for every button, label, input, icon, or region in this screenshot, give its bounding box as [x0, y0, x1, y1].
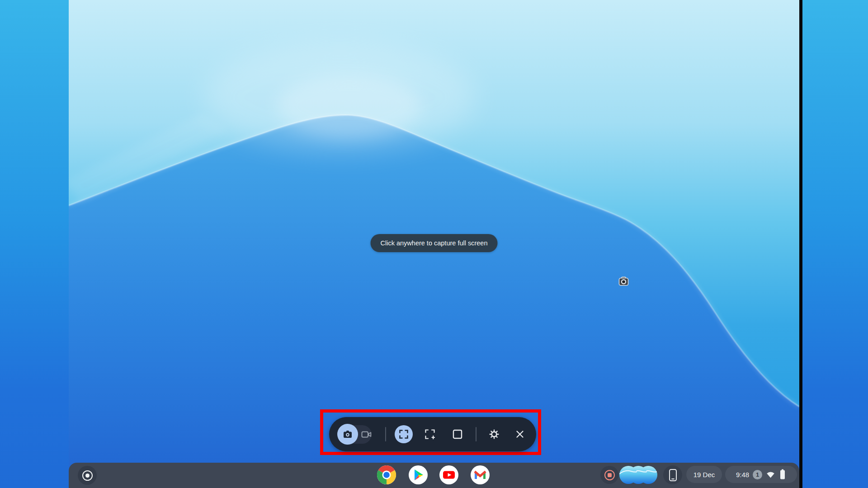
- battery-icon: [779, 469, 786, 480]
- phone-icon: [669, 469, 677, 482]
- video-frame: Click anywhere to capture full screen: [0, 0, 868, 488]
- shelf: 19 Dec 9:48 1: [69, 463, 799, 488]
- status-tray[interactable]: 9:48 1: [725, 466, 797, 483]
- video-camera-icon: [361, 431, 372, 438]
- launcher-circle-icon: [82, 470, 93, 481]
- screen-capture-indicator-button[interactable]: [600, 466, 618, 484]
- capture-tooltip: Click anywhere to capture full screen: [371, 234, 498, 252]
- close-icon: [515, 430, 524, 439]
- app-youtube[interactable]: [439, 465, 459, 485]
- window-capture-button[interactable]: [453, 429, 462, 439]
- camera-icon: [343, 430, 353, 439]
- window-capture-icon: [453, 429, 462, 439]
- chrome-icon: [377, 465, 396, 485]
- date-text: 19 Dec: [693, 471, 715, 479]
- gmail-icon: [470, 465, 490, 485]
- record-stop-icon: [604, 470, 615, 480]
- app-google-play[interactable]: [408, 465, 428, 485]
- screen-capture-toolbar: [329, 417, 536, 451]
- launcher-button[interactable]: [78, 466, 97, 485]
- toolbar-divider: [476, 427, 476, 441]
- screen-record-mode-button[interactable]: [361, 431, 372, 438]
- screen-edge-divider: [799, 0, 802, 488]
- toolbar-divider: [385, 427, 386, 441]
- partial-capture-icon: [425, 429, 435, 439]
- gear-icon: [489, 429, 500, 440]
- google-play-icon: [408, 465, 428, 485]
- phone-hub-button[interactable]: [663, 465, 682, 484]
- camera-capture-cursor-icon: [618, 277, 629, 286]
- fullscreen-capture-icon: [399, 430, 408, 439]
- time-text: 9:48: [736, 471, 749, 479]
- wave-thumbnails-icon: [619, 465, 658, 485]
- capture-settings-button[interactable]: [489, 429, 500, 440]
- app-gmail[interactable]: [470, 465, 490, 485]
- fullscreen-capture-button[interactable]: [395, 425, 413, 443]
- date-display[interactable]: 19 Dec: [686, 466, 722, 483]
- partial-capture-button[interactable]: [425, 429, 435, 439]
- wifi-icon: [766, 471, 775, 479]
- youtube-icon: [439, 465, 459, 485]
- screenshot-mode-button[interactable]: [337, 424, 358, 445]
- app-chrome[interactable]: [377, 465, 396, 485]
- close-capture-button[interactable]: [515, 430, 524, 439]
- notification-count-badge: 1: [753, 470, 762, 479]
- chromeos-desktop: Click anywhere to capture full screen: [69, 0, 799, 488]
- desk-preview-button[interactable]: [619, 465, 658, 485]
